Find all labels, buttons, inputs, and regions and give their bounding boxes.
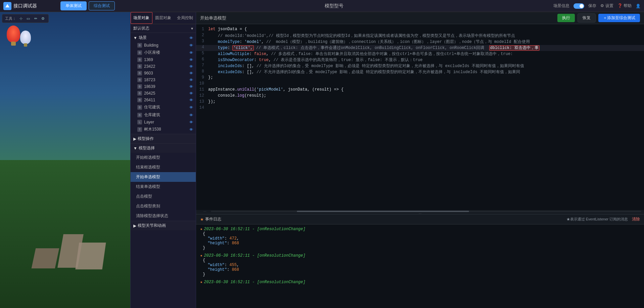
tree-item-layer-label: Layer: [144, 120, 154, 124]
model-ops-section: ▶ 模型操作: [131, 134, 196, 143]
ops-item-click-type[interactable]: 点击模型类别: [131, 201, 196, 211]
1369-icon: B: [137, 57, 142, 62]
26425-eye-icon[interactable]: 👁: [189, 91, 193, 95]
log-timestamp-1: 2023-06-30 16:52:11 - [onResolutionChang…: [204, 227, 305, 232]
apt-eye-icon[interactable]: 👁: [189, 51, 193, 55]
18723-icon: B: [137, 78, 142, 82]
scene-info-toggle[interactable]: [573, 3, 584, 9]
ops-item-click-model[interactable]: 点击模型: [131, 192, 196, 201]
scene-view: [0, 12, 130, 308]
code-line-10: 10: [196, 81, 644, 87]
help-btn[interactable]: ❓ 帮助: [617, 3, 632, 9]
ops-item-clear-select[interactable]: 清除模型选择状态: [131, 211, 196, 221]
tree-item-layer[interactable]: L Layer 👁: [131, 119, 196, 125]
code-area[interactable]: 1 let jsonData = { 2 // modelId:'modelId…: [196, 24, 644, 210]
9603-eye-icon[interactable]: 👁: [189, 71, 193, 75]
svg-marker-0: [5, 4, 9, 7]
warehouse-eye-icon[interactable]: 👁: [189, 113, 193, 117]
model-select-header[interactable]: ▼ 模型选择: [131, 144, 196, 153]
tree-item-26425-label: 26425: [144, 91, 155, 96]
code-line-14: 14: [196, 105, 644, 111]
tree-item-26411-label: 26411: [144, 98, 155, 102]
tree-item-1369-label: 1369: [144, 57, 153, 62]
tree-item-residential[interactable]: B 住宅建筑 👁: [131, 103, 196, 111]
18639-eye-icon[interactable]: 👁: [189, 85, 193, 89]
tree-item-23422[interactable]: B 23422 👁: [131, 63, 196, 70]
tree-item-9603[interactable]: B 9603 👁: [131, 70, 196, 76]
scrollbar-track[interactable]: [211, 211, 641, 212]
tab-single-test[interactable]: 单体测试: [60, 1, 87, 10]
balloon-1: [7, 25, 20, 46]
tree-item-warehouse-label: 仓库建筑: [144, 112, 160, 118]
model-ops-header[interactable]: ▶ 模型操作: [131, 134, 196, 143]
settings-btn[interactable]: ⚙ 设置: [600, 3, 613, 9]
clear-log-button[interactable]: 清除: [632, 216, 640, 222]
logo-icon: [3, 2, 11, 10]
ops-item-start-single[interactable]: 开始单选模型: [131, 172, 196, 182]
tree-item-18723-label: 18723: [144, 78, 155, 82]
layer-eye-icon[interactable]: 👁: [189, 120, 193, 124]
18639-icon: B: [137, 84, 142, 89]
middle-scroll-area[interactable]: ▼ 场景 👁 B Building 👁 B 小区座楼 👁 B 136: [131, 33, 196, 308]
residential-eye-icon[interactable]: 👁: [189, 105, 193, 109]
ops-item-end-box[interactable]: 结束框选模型: [131, 162, 196, 172]
save-btn[interactable]: 保存: [588, 3, 596, 9]
scene-tree-section: ▼ 场景 👁 B Building 👁 B 小区座楼 👁 B 136: [131, 33, 196, 134]
top-tabs: 单体测试 综合测试: [60, 1, 115, 10]
tree-item-18723[interactable]: B 18723 👁: [131, 76, 196, 83]
user-avatar[interactable]: 👤: [636, 4, 641, 8]
rect-icon[interactable]: ▭: [26, 16, 31, 21]
tree-item-18639[interactable]: B 18639 👁: [131, 83, 196, 90]
log-star-2: ★: [200, 253, 202, 258]
model-anim-header[interactable]: ▶ 模型关节和动画: [131, 221, 196, 230]
dropdown-arrow-icon[interactable]: ▾: [191, 26, 193, 31]
log-content[interactable]: ★2023-06-30 16:52:11 - [onResolutionChan…: [196, 224, 644, 308]
restore-button[interactable]: 恢复: [578, 13, 596, 22]
settings-tool-icon[interactable]: ⚙: [40, 16, 46, 21]
tree-item-26425[interactable]: B 26425 👁: [131, 90, 196, 97]
log-json-2: { "width": 455, "height": 868 }: [200, 258, 640, 277]
tree-item-tree1538-label: 树木1538: [144, 126, 161, 132]
middle-tabs: 场景对象 圆层对象 全局控制: [131, 12, 196, 24]
tree-item-apt[interactable]: B 小区座楼 👁: [131, 49, 196, 56]
tab-combined-test[interactable]: 综合测试: [89, 1, 115, 10]
tab-floor-obj[interactable]: 圆层对象: [152, 12, 174, 24]
scene-info-label: 场景信息: [553, 3, 569, 9]
23422-eye-icon[interactable]: 👁: [189, 64, 193, 68]
scene-eye-icon[interactable]: 👁: [189, 36, 193, 40]
scene-tree-header[interactable]: ▼ 场景 👁: [131, 34, 196, 42]
tree-item-tree1538[interactable]: T 树木1538 👁: [131, 125, 196, 133]
code-line-6: 6 isShowDecorator: true, // 表示是否显示选中的高亮装…: [196, 57, 644, 63]
building-eye-icon[interactable]: 👁: [189, 43, 193, 47]
app-logo: 接口调试器: [0, 2, 60, 10]
middle-panel: 场景对象 圆层对象 全局控制 默认状态 ▾ ▼ 场景 👁 B Building …: [130, 12, 196, 308]
tree-item-building[interactable]: B Building 👁: [131, 42, 196, 49]
18723-eye-icon[interactable]: 👁: [189, 78, 193, 82]
tree-item-warehouse[interactable]: B 仓库建筑 👁: [131, 111, 196, 119]
model-select-section: ▼ 模型选择 开始框选模型 结束框选模型 开始单选模型 结束单选模型 点击模型 …: [131, 143, 196, 221]
add-to-combined-button[interactable]: ＋添加至综合测试: [598, 14, 640, 22]
code-line-2: 2 // modelId:'modelId',// 模型Id，模型类型为节点时指…: [196, 33, 644, 39]
26411-eye-icon[interactable]: 👁: [189, 98, 193, 102]
26425-icon: B: [137, 91, 142, 96]
tree-item-9603-label: 9603: [144, 71, 153, 75]
tab-scene-obj[interactable]: 场景对象: [131, 12, 152, 24]
tab-global-ctrl[interactable]: 全局控制: [174, 12, 196, 24]
ops-item-start-box[interactable]: 开始框选模型: [131, 153, 196, 162]
exec-button[interactable]: 执行: [557, 14, 575, 22]
model-select-label: 模型选择: [139, 145, 155, 151]
select-icon[interactable]: ⊹: [18, 16, 24, 21]
draw-icon[interactable]: ✏: [33, 16, 38, 21]
tree1538-icon: T: [137, 127, 142, 132]
editor-title: 开始单选模型: [200, 15, 555, 21]
tree1538-eye-icon[interactable]: 👁: [189, 127, 193, 132]
1369-eye-icon[interactable]: 👁: [189, 58, 193, 62]
log-star-icon: ★: [200, 217, 204, 222]
code-line-11: 11 appInstance.uniCall('pickModel', json…: [196, 87, 644, 93]
code-line-12: 12 console.log(result);: [196, 93, 644, 99]
tree-item-building-label: Building: [144, 43, 158, 48]
ops-item-end-single[interactable]: 结束单选模型: [131, 182, 196, 192]
scrollbar-thumb[interactable]: [297, 211, 469, 212]
tree-item-26411[interactable]: B 26411 👁: [131, 97, 196, 103]
tree-item-1369[interactable]: B 1369 👁: [131, 56, 196, 63]
